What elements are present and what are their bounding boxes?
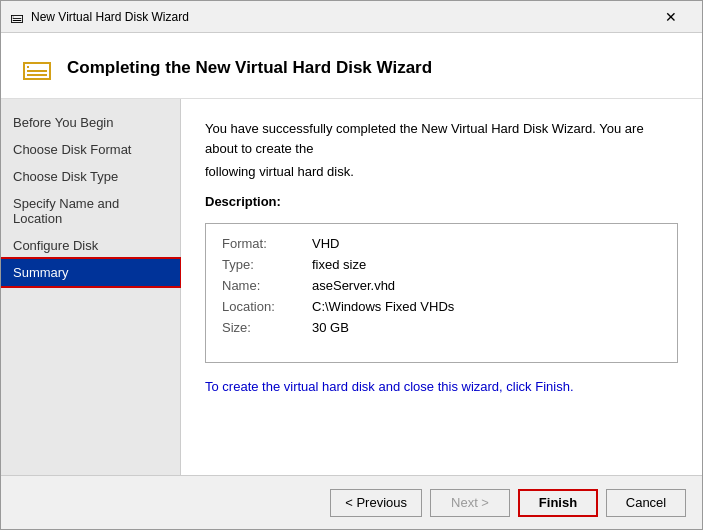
type-value: fixed size xyxy=(312,257,366,272)
format-row: Format: VHD xyxy=(222,236,661,251)
sidebar-item-before-you-begin[interactable]: Before You Begin xyxy=(1,109,180,136)
footer-text: To create the virtual hard disk and clos… xyxy=(205,379,678,394)
sidebar: Before You Begin Choose Disk Format Choo… xyxy=(1,99,181,475)
sidebar-item-configure-disk[interactable]: Configure Disk xyxy=(1,232,180,259)
wizard-icon: 🖴 xyxy=(21,49,53,86)
window-title: New Virtual Hard Disk Wizard xyxy=(31,10,648,24)
format-label: Format: xyxy=(222,236,312,251)
description-box: Format: VHD Type: fixed size Name: aseSe… xyxy=(205,223,678,363)
location-value: C:\Windows Fixed VHDs xyxy=(312,299,454,314)
location-label: Location: xyxy=(222,299,312,314)
content-area: Before You Begin Choose Disk Format Choo… xyxy=(1,99,702,475)
next-button[interactable]: Next > xyxy=(430,489,510,517)
description-heading: Description: xyxy=(205,194,678,209)
title-bar: 🖴 New Virtual Hard Disk Wizard ✕ xyxy=(1,1,702,33)
wizard-header: 🖴 Completing the New Virtual Hard Disk W… xyxy=(1,33,702,99)
sidebar-item-choose-disk-format[interactable]: Choose Disk Format xyxy=(1,136,180,163)
main-content: You have successfully completed the New … xyxy=(181,99,702,475)
size-value: 30 GB xyxy=(312,320,349,335)
intro-text-line2: following virtual hard disk. xyxy=(205,162,678,182)
sidebar-item-summary[interactable]: Summary xyxy=(1,259,180,286)
location-row: Location: C:\Windows Fixed VHDs xyxy=(222,299,661,314)
bottom-bar: < Previous Next > Finish Cancel xyxy=(1,475,702,529)
type-row: Type: fixed size xyxy=(222,257,661,272)
size-row: Size: 30 GB xyxy=(222,320,661,335)
name-value: aseServer.vhd xyxy=(312,278,395,293)
cancel-button[interactable]: Cancel xyxy=(606,489,686,517)
window-icon: 🖴 xyxy=(9,9,25,25)
size-label: Size: xyxy=(222,320,312,335)
name-row: Name: aseServer.vhd xyxy=(222,278,661,293)
sidebar-item-choose-disk-type[interactable]: Choose Disk Type xyxy=(1,163,180,190)
intro-text-line1: You have successfully completed the New … xyxy=(205,119,678,158)
name-label: Name: xyxy=(222,278,312,293)
wizard-window: 🖴 New Virtual Hard Disk Wizard ✕ 🖴 Compl… xyxy=(0,0,703,530)
format-value: VHD xyxy=(312,236,339,251)
previous-button[interactable]: < Previous xyxy=(330,489,422,517)
wizard-title: Completing the New Virtual Hard Disk Wiz… xyxy=(67,58,432,78)
finish-button[interactable]: Finish xyxy=(518,489,598,517)
close-button[interactable]: ✕ xyxy=(648,1,694,33)
type-label: Type: xyxy=(222,257,312,272)
sidebar-item-specify-name[interactable]: Specify Name and Location xyxy=(1,190,180,232)
